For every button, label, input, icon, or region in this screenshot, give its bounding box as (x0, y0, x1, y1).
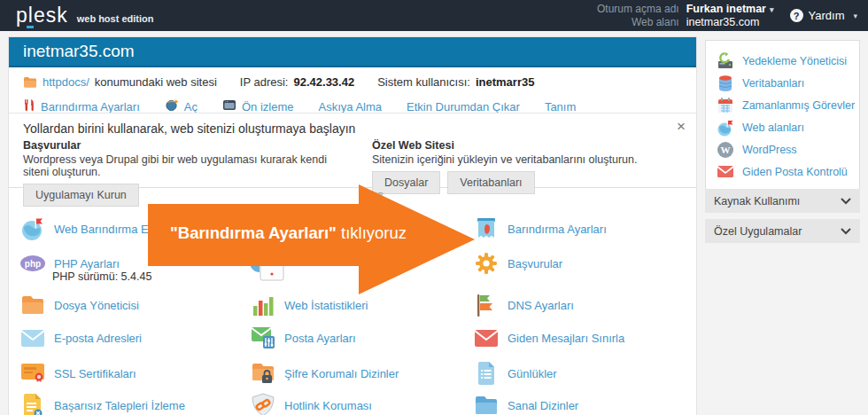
svg-text:W: W (721, 145, 731, 155)
shield-link-icon (250, 392, 276, 415)
hosting-settings-icon (473, 215, 500, 242)
svg-text:php: php (25, 259, 41, 269)
gear-icon (473, 250, 500, 277)
red-envelope-icon (717, 163, 734, 181)
toolbar-suspend[interactable]: Askıya Alma (318, 100, 382, 114)
sysuser-value: inetmarr35 (476, 75, 534, 89)
calendar-icon (717, 97, 734, 114)
help-icon: ? (790, 9, 803, 22)
tutorial-arrow-text: "Barındırma Ayarları" tıklıyoruz (170, 223, 407, 243)
globe-flag-icon (717, 119, 734, 137)
grid-item-failed-request-tracing[interactable]: Başarısız Talepleri İzleme (19, 392, 185, 415)
plesk-page: plesk web host edition Oturum açma adı F… (0, 0, 868, 415)
promo-apps-desc: Wordpress veya Drupal gibi bir web uygul… (23, 153, 351, 178)
chevron-down-icon: ▾ (853, 12, 857, 20)
promo-title: Yollardan birini kullanarak, web siteniz… (23, 121, 355, 136)
red-envelope-icon (473, 325, 500, 351)
grid-item-dns-settings[interactable]: DNS Ayarları (473, 292, 574, 318)
sidebar-item-outgoing-mail-control[interactable]: Giden Posta Kontrolü (706, 161, 859, 183)
php-version: PHP sürümü: 5.4.45 (52, 270, 151, 283)
grid-item-logs[interactable]: Günlükler (473, 360, 557, 387)
panel-resource-usage[interactable]: Kaynak Kullanımı (705, 189, 860, 213)
database-icon (717, 74, 734, 92)
toolbar-deactivate[interactable]: Etkin Durumdan Çıkar (407, 100, 520, 114)
session-label: Oturum açma adı (597, 3, 679, 15)
httpdocs-link[interactable]: httpdocs/ (43, 75, 89, 89)
edition-label: web host edition (77, 13, 154, 24)
install-application-button[interactable]: Uygulamayı Kurun (23, 184, 139, 207)
sysuser-label: Sistem kullanıcısı: (377, 75, 470, 89)
plesk-logo: plesk (16, 5, 68, 26)
user-menu[interactable]: Furkan inetmar▾ (686, 3, 774, 15)
help-menu[interactable]: ? Yardım ▾ (790, 9, 857, 22)
getting-started-promo: Yollardan birini kullanarak, web siteniz… (9, 113, 696, 188)
grid-item-email-addresses[interactable]: E-posta Adresleri (19, 325, 142, 351)
promo-custom-desc: Sitenizin içeriğini yükleyin ve veritaba… (372, 153, 664, 166)
grid-item-protected-directories[interactable]: Şifre Korumalı Dizinler (250, 360, 399, 387)
php-icon: php (19, 250, 46, 277)
globe-flag-icon (19, 215, 46, 242)
sidebar: Yedekleme Yöneticisi Veritabanları Zaman… (705, 40, 860, 191)
webspace-value: inetmar35.com (686, 16, 774, 28)
promo-applications: Başvurular Wordpress veya Drupal gibi bi… (23, 139, 351, 207)
grid-item-virtual-directories[interactable]: Sanal Dizinler (473, 392, 578, 415)
wordpress-icon: W (717, 141, 734, 159)
grid-item-hotlink-protection[interactable]: Hotlink Koruması (250, 392, 372, 415)
grid-item-hosting-settings[interactable]: Barındırma Ayarları (473, 215, 607, 242)
chevron-down-icon (841, 225, 851, 238)
document-badge-icon (19, 392, 46, 415)
page-title: inetmar35.com (9, 37, 696, 67)
topbar: plesk web host edition Oturum açma adı F… (0, 0, 868, 31)
chevron-down-icon: ▾ (770, 5, 774, 14)
webspace-label: Web alanı (597, 16, 679, 28)
blue-folder-icon (473, 392, 500, 415)
close-icon[interactable]: × (677, 119, 686, 134)
monitor-icon (222, 99, 236, 114)
grid-item-mail-settings[interactable]: Posta Ayarları (250, 325, 356, 351)
folder-lock-icon (250, 360, 276, 387)
domain-meta: httpdocs/ konumundaki web sitesi IP adre… (9, 67, 696, 92)
folder-icon (19, 292, 46, 318)
grid-item-limit-outgoing[interactable]: Giden Mesajları Sınırla (473, 325, 624, 351)
toolbar-description[interactable]: Tanım (545, 100, 576, 114)
bar-chart-icon (250, 292, 276, 318)
grid-item-applications[interactable]: Başvurular (473, 250, 562, 277)
backup-icon (717, 52, 734, 70)
panel-custom-applications[interactable]: Özel Uygulamalar (705, 219, 860, 243)
sidebar-item-wordpress[interactable]: W WordPress (706, 138, 859, 161)
flags-icon (473, 292, 500, 318)
ip-label: IP adresi: (240, 75, 289, 89)
ip-value: 92.42.33.42 (293, 75, 354, 89)
sidebar-item-scheduled-tasks[interactable]: Zamanlanmış Görevler (706, 94, 859, 116)
toolbar-preview[interactable]: Ön izleme (222, 99, 294, 114)
chevron-down-icon (841, 195, 851, 208)
envelope-sliders-icon (250, 325, 276, 351)
grid-item-ssl-certificates[interactable]: SSL Sertifikaları (19, 360, 136, 387)
log-file-icon (473, 360, 500, 387)
grid-item-web-statistics[interactable]: Web İstatistikleri (250, 292, 368, 318)
location-text: konumundaki web sitesi (95, 75, 217, 89)
folder-icon (23, 76, 37, 89)
certificate-icon (19, 360, 46, 387)
envelope-icon (19, 325, 46, 351)
promo-custom-title: Özel Web Sitesi (372, 139, 664, 152)
sidebar-item-databases[interactable]: Veritabanları (706, 72, 859, 94)
sidebar-item-backup-manager[interactable]: Yedekleme Yöneticisi (706, 50, 859, 72)
session-info: Oturum açma adı Furkan inetmar▾ Web alan… (597, 3, 774, 28)
grid-item-file-manager[interactable]: Dosya Yöneticisi (19, 292, 139, 318)
promo-apps-title: Başvurular (23, 139, 351, 152)
sidebar-item-webspaces[interactable]: Web alanları (706, 116, 859, 138)
